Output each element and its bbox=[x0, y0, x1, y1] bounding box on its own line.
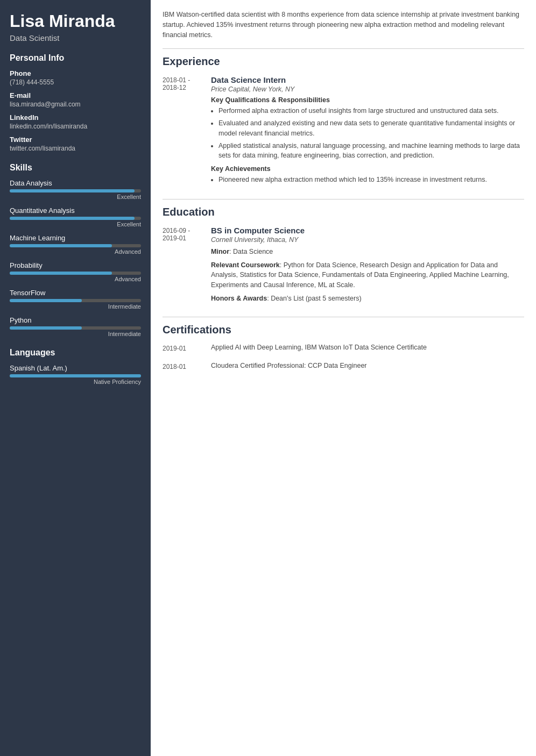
certifications-heading: Certifications bbox=[163, 324, 524, 336]
experience-date: 2018-01 - 2018-12 bbox=[163, 75, 211, 189]
candidate-title: Data Scientist bbox=[10, 33, 141, 42]
skill-name: Python bbox=[10, 316, 141, 324]
skill-name: Machine Learning bbox=[10, 234, 141, 242]
certification-entry: 2019-01Applied AI with Deep Learning, IB… bbox=[163, 344, 524, 352]
personal-info-heading: Personal Info bbox=[10, 53, 141, 63]
skill-level: Excellent bbox=[10, 221, 141, 227]
skills-list: Data AnalysisExcellentQuantitative Analy… bbox=[10, 179, 141, 337]
skill-bar-fill bbox=[10, 244, 112, 247]
twitter-label: Twitter bbox=[10, 135, 141, 144]
language-level: Native Proficiency bbox=[10, 379, 141, 385]
languages-section: Languages Spanish (Lat. Am.)Native Profi… bbox=[10, 348, 141, 385]
skill-level: Intermediate bbox=[10, 331, 141, 337]
education-minor: Minor: Data Science bbox=[211, 247, 524, 257]
skill-name: Data Analysis bbox=[10, 179, 141, 187]
experience-heading: Experience bbox=[163, 55, 524, 68]
skill-bar-fill bbox=[10, 326, 82, 330]
candidate-name: Lisa Miranda bbox=[10, 11, 141, 31]
personal-info-section: Personal Info Phone (718) 444-5555 E-mai… bbox=[10, 53, 141, 152]
email-value: lisa.miranda@gmail.com bbox=[10, 101, 141, 108]
education-degree: BS in Computer Science bbox=[211, 226, 524, 235]
language-name: Spanish (Lat. Am.) bbox=[10, 364, 141, 372]
achievement-item: Pioneered new alpha extraction method wh… bbox=[218, 175, 524, 185]
education-content: BS in Computer ScienceCornell University… bbox=[211, 226, 524, 307]
certification-entry: 2018-01Cloudera Certified Professional: … bbox=[163, 362, 524, 370]
certification-date: 2019-01 bbox=[163, 344, 211, 352]
education-coursework: Relevant Coursework: Python for Data Sci… bbox=[211, 260, 524, 290]
skill-bar-fill bbox=[10, 217, 135, 220]
skill-name: Probability bbox=[10, 261, 141, 269]
skills-section: Skills Data AnalysisExcellentQuantitativ… bbox=[10, 163, 141, 337]
skill-bar-fill bbox=[10, 272, 112, 275]
skill-bar-bg bbox=[10, 189, 141, 192]
skill-bar-fill bbox=[10, 299, 82, 302]
phone-value: (718) 444-5555 bbox=[10, 79, 141, 86]
bullet-item: Performed alpha extraction of useful ins… bbox=[218, 106, 524, 116]
skill-bar-bg bbox=[10, 326, 141, 330]
skill-level: Excellent bbox=[10, 194, 141, 200]
qual-bullets: Performed alpha extraction of useful ins… bbox=[218, 106, 524, 161]
experience-list: 2018-01 - 2018-12Data Science InternPric… bbox=[163, 75, 524, 189]
skill-bar-bg bbox=[10, 272, 141, 275]
bullet-item: Applied statistical analysis, natural la… bbox=[218, 141, 524, 161]
skill-level: Advanced bbox=[10, 248, 141, 255]
twitter-value: twitter.com/lisamiranda bbox=[10, 145, 141, 152]
summary-text: IBM Watson-certified data scientist with… bbox=[163, 10, 524, 40]
achievement-bullets: Pioneered new alpha extraction method wh… bbox=[218, 175, 524, 185]
email-label: E-mail bbox=[10, 91, 141, 99]
experience-subtitle: Price Capital, New York, NY bbox=[211, 85, 524, 93]
skill-bar-bg bbox=[10, 217, 141, 220]
education-date: 2016-09 - 2019-01 bbox=[163, 226, 211, 307]
bullet-item: Evaluated and analyzed existing and new … bbox=[218, 118, 524, 139]
languages-heading: Languages bbox=[10, 348, 141, 358]
education-heading: Education bbox=[163, 206, 524, 218]
skill-name: TensorFlow bbox=[10, 289, 141, 297]
experience-entry: 2018-01 - 2018-12Data Science InternPric… bbox=[163, 75, 524, 189]
skill-level: Advanced bbox=[10, 276, 141, 282]
certification-date: 2018-01 bbox=[163, 362, 211, 370]
education-honors: Honors & Awards: Dean's List (past 5 sem… bbox=[211, 294, 524, 304]
experience-content: Data Science InternPrice Capital, New Yo… bbox=[211, 75, 524, 189]
language-bar-fill bbox=[10, 374, 141, 377]
linkedin-value: linkedin.com/in/lisamiranda bbox=[10, 123, 141, 130]
certification-title: Cloudera Certified Professional: CCP Dat… bbox=[211, 362, 367, 370]
education-entry: 2016-09 - 2019-01BS in Computer ScienceC… bbox=[163, 226, 524, 307]
achievements-label: Key Achievements bbox=[211, 165, 524, 173]
linkedin-label: LinkedIn bbox=[10, 113, 141, 122]
skill-name: Quantitative Analysis bbox=[10, 206, 141, 215]
main-content: IBM Watson-certified data scientist with… bbox=[151, 0, 536, 756]
skill-bar-bg bbox=[10, 299, 141, 302]
education-institution: Cornell University, Ithaca, NY bbox=[211, 236, 524, 244]
education-list: 2016-09 - 2019-01BS in Computer ScienceC… bbox=[163, 226, 524, 307]
skill-bar-fill bbox=[10, 189, 135, 192]
language-bar-bg bbox=[10, 374, 141, 377]
skill-level: Intermediate bbox=[10, 303, 141, 310]
sidebar: Lisa Miranda Data Scientist Personal Inf… bbox=[0, 0, 151, 756]
skill-bar-bg bbox=[10, 244, 141, 247]
experience-title: Data Science Intern bbox=[211, 75, 524, 84]
certifications-list: 2019-01Applied AI with Deep Learning, IB… bbox=[163, 344, 524, 370]
qual-label: Key Qualifications & Responsibilities bbox=[211, 96, 524, 104]
languages-list: Spanish (Lat. Am.)Native Proficiency bbox=[10, 364, 141, 385]
phone-label: Phone bbox=[10, 69, 141, 77]
certification-title: Applied AI with Deep Learning, IBM Watso… bbox=[211, 344, 427, 352]
skills-heading: Skills bbox=[10, 163, 141, 173]
